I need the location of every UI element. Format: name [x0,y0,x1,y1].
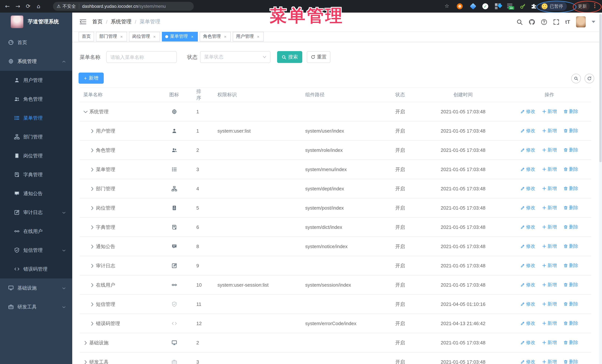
row-action-delete[interactable]: 删除 [563,340,578,346]
menu-name-input[interactable] [106,51,177,63]
row-action-edit[interactable]: 修改 [520,186,535,192]
row-action-add[interactable]: 新增 [542,340,557,346]
tree-expand-icon[interactable] [83,109,88,114]
sidebar-item-3[interactable]: 角色管理 [0,90,72,108]
row-action-edit[interactable]: 修改 [520,243,535,250]
extension-grid-icon[interactable] [495,3,501,9]
close-icon[interactable]: × [223,34,227,39]
row-action-add[interactable]: 新增 [542,262,557,269]
tree-collapse-icon[interactable] [90,302,95,306]
row-action-add[interactable]: 新增 [542,224,557,230]
sidebar-item-10[interactable]: 在线用户 [0,222,72,241]
row-action-delete[interactable]: 删除 [563,243,578,250]
row-action-add[interactable]: 新增 [542,147,557,153]
tab-0[interactable]: 首页 [78,32,94,41]
row-action-delete[interactable]: 删除 [563,205,578,211]
row-action-add[interactable]: 新增 [542,243,557,250]
help-icon[interactable] [541,19,547,25]
row-action-edit[interactable]: 修改 [520,340,535,346]
sidebar-item-5[interactable]: 部门管理 [0,127,72,146]
page-scrollbar[interactable] [599,13,602,364]
row-action-delete[interactable]: 删除 [563,128,578,134]
sidebar-item-2[interactable]: 用户管理 [0,71,72,90]
close-icon[interactable]: × [152,34,157,39]
row-action-add[interactable]: 新增 [542,320,557,327]
row-action-add[interactable]: 新增 [542,282,557,288]
sidebar-item-12[interactable]: 错误码管理 [0,260,72,279]
tree-collapse-icon[interactable] [90,187,95,191]
row-action-delete[interactable]: 删除 [563,262,578,269]
row-action-delete[interactable]: 删除 [563,301,578,307]
github-icon[interactable] [529,19,535,25]
row-action-add[interactable]: 新增 [542,205,557,211]
close-icon[interactable]: × [256,34,260,39]
row-action-edit[interactable]: 修改 [520,301,535,307]
close-icon[interactable]: × [190,34,194,39]
row-action-add[interactable]: 新增 [542,166,557,173]
sidebar-item-4[interactable]: 菜单管理 [0,108,72,127]
extension-key-icon[interactable] [520,3,526,9]
font-size-icon[interactable]: tT [565,19,570,25]
tree-collapse-icon[interactable] [90,206,95,210]
hamburger-icon[interactable] [80,19,86,24]
extension-list-icon[interactable]: on [507,3,513,9]
extension-orange-icon[interactable] [457,3,463,9]
status-select[interactable]: 菜单状态 [200,51,270,63]
row-action-delete[interactable]: 删除 [563,186,578,192]
extension-v-icon[interactable]: ✓ [482,3,488,9]
tree-collapse-icon[interactable] [90,263,95,268]
tree-collapse-icon[interactable] [90,283,95,287]
row-action-delete[interactable]: 删除 [563,108,578,115]
row-action-delete[interactable]: 删除 [563,320,578,327]
row-action-delete[interactable]: 删除 [563,147,578,153]
tab-1[interactable]: 部门管理× [96,32,127,41]
breadcrumb-home[interactable]: 首页 [92,19,103,25]
refresh-button[interactable] [585,74,594,83]
sidebar-item-14[interactable]: 研发工具 [0,297,72,316]
tab-4[interactable]: 角色管理× [200,32,231,41]
close-icon[interactable]: × [119,34,124,39]
logo[interactable]: 芋道管理系统 [0,13,72,31]
tree-collapse-icon[interactable] [90,129,95,133]
tab-5[interactable]: 用户管理× [233,32,264,41]
row-action-edit[interactable]: 修改 [520,262,535,269]
tab-3[interactable]: 菜单管理× [162,32,198,41]
row-action-add[interactable]: 新增 [542,128,557,134]
extension-gem-icon[interactable] [470,3,476,10]
row-action-edit[interactable]: 修改 [520,147,535,153]
bookmark-star-icon[interactable]: ☆ [445,3,451,9]
row-action-add[interactable]: 新增 [542,186,557,192]
sidebar-item-6[interactable]: 岗位管理 [0,146,72,165]
tree-collapse-icon[interactable] [83,341,88,345]
sidebar-item-9[interactable]: 审计日志 [0,203,72,222]
row-action-edit[interactable]: 修改 [520,282,535,288]
browser-menu-icon[interactable] [594,3,596,10]
row-action-edit[interactable]: 修改 [520,166,535,173]
row-action-add[interactable]: 新增 [542,359,557,364]
address-bar[interactable]: ⚠ 不安全 dashboard.yudao.iocoder.cn/system/… [53,2,194,11]
row-action-edit[interactable]: 修改 [520,359,535,364]
tree-collapse-icon[interactable] [83,360,88,364]
sidebar-item-11[interactable]: 短信管理 [0,241,72,260]
tree-collapse-icon[interactable] [90,167,95,172]
tree-collapse-icon[interactable] [90,225,95,229]
profile-paused-badge[interactable]: 已暂停 [540,2,567,11]
tree-collapse-icon[interactable] [90,244,95,249]
sidebar-item-13[interactable]: 基础设施 [0,279,72,297]
row-action-delete[interactable]: 删除 [563,282,578,288]
home-icon[interactable]: ⌂ [33,1,44,11]
tree-collapse-icon[interactable] [90,148,95,152]
sidebar-item-7[interactable]: 字典管理 [0,165,72,184]
tab-2[interactable]: 岗位管理× [129,32,160,41]
forward-icon[interactable]: → [13,1,23,11]
row-action-add[interactable]: 新增 [542,108,557,115]
row-action-add[interactable]: 新增 [542,301,557,307]
search-button[interactable]: 搜索 [277,51,302,63]
user-avatar[interactable] [576,16,586,27]
chevron-down-icon[interactable] [592,21,595,23]
row-action-delete[interactable]: 删除 [563,224,578,230]
row-action-edit[interactable]: 修改 [520,108,535,115]
row-action-edit[interactable]: 修改 [520,128,535,134]
sidebar-item-1[interactable]: 系统管理 [0,52,72,71]
row-action-delete[interactable]: 删除 [563,359,578,364]
